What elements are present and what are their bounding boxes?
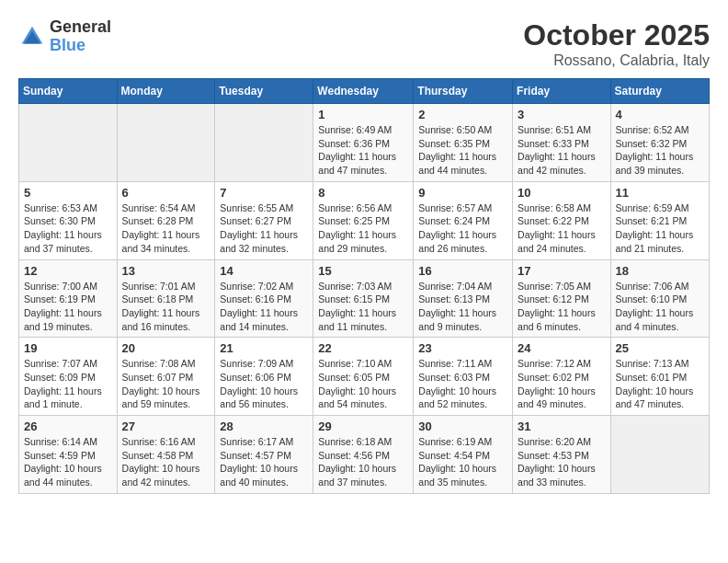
logo: General Blue — [18, 18, 111, 55]
day-number: 30 — [418, 419, 507, 433]
day-number: 29 — [318, 419, 408, 433]
calendar-cell: 31Sunrise: 6:20 AMSunset: 4:53 PMDayligh… — [513, 416, 611, 494]
day-info: Sunrise: 6:17 AMSunset: 4:57 PMDaylight:… — [220, 435, 308, 489]
day-number: 7 — [220, 186, 308, 200]
day-info: Sunrise: 7:07 AMSunset: 6:09 PMDaylight:… — [24, 357, 112, 411]
calendar-cell: 13Sunrise: 7:01 AMSunset: 6:18 PMDayligh… — [117, 259, 215, 338]
calendar-cell: 16Sunrise: 7:04 AMSunset: 6:13 PMDayligh… — [414, 259, 513, 338]
calendar-cell: 6Sunrise: 6:54 AMSunset: 6:28 PMDaylight… — [117, 181, 215, 259]
weekday-header-monday: Monday — [117, 79, 215, 104]
calendar-cell: 2Sunrise: 6:50 AMSunset: 6:35 PMDaylight… — [414, 104, 513, 182]
day-number: 8 — [318, 186, 408, 200]
day-number: 15 — [318, 264, 408, 278]
day-number: 18 — [616, 264, 704, 278]
day-info: Sunrise: 6:51 AMSunset: 6:33 PMDaylight:… — [518, 123, 606, 178]
day-info: Sunrise: 6:54 AMSunset: 6:28 PMDaylight:… — [122, 201, 210, 256]
day-number: 27 — [122, 419, 210, 433]
month-title: October 2025 — [523, 18, 710, 52]
day-info: Sunrise: 6:19 AMSunset: 4:54 PMDaylight:… — [418, 435, 507, 489]
weekday-header-friday: Friday — [513, 79, 611, 104]
day-number: 1 — [318, 108, 408, 121]
calendar-cell: 20Sunrise: 7:08 AMSunset: 6:07 PMDayligh… — [117, 338, 215, 416]
day-number: 9 — [418, 186, 507, 200]
calendar-cell: 23Sunrise: 7:11 AMSunset: 6:03 PMDayligh… — [414, 338, 513, 416]
calendar-cell: 30Sunrise: 6:19 AMSunset: 4:54 PMDayligh… — [414, 416, 513, 494]
day-number: 16 — [418, 264, 507, 278]
day-number: 5 — [24, 186, 112, 200]
day-info: Sunrise: 7:11 AMSunset: 6:03 PMDaylight:… — [418, 357, 507, 411]
week-row-4: 19Sunrise: 7:07 AMSunset: 6:09 PMDayligh… — [19, 338, 710, 416]
calendar-cell: 25Sunrise: 7:13 AMSunset: 6:01 PMDayligh… — [610, 338, 709, 416]
week-row-5: 26Sunrise: 6:14 AMSunset: 4:59 PMDayligh… — [19, 416, 710, 494]
weekday-header-thursday: Thursday — [414, 79, 513, 104]
day-info: Sunrise: 7:06 AMSunset: 6:10 PMDaylight:… — [616, 280, 704, 334]
day-number: 31 — [518, 419, 606, 433]
day-info: Sunrise: 6:55 AMSunset: 6:27 PMDaylight:… — [220, 201, 308, 256]
day-number: 24 — [518, 341, 606, 355]
week-row-2: 5Sunrise: 6:53 AMSunset: 6:30 PMDaylight… — [19, 181, 710, 259]
day-number: 10 — [518, 186, 606, 200]
day-info: Sunrise: 7:01 AMSunset: 6:18 PMDaylight:… — [122, 280, 210, 334]
title-block: October 2025 Rossano, Calabria, Italy — [523, 18, 710, 69]
calendar-cell: 19Sunrise: 7:07 AMSunset: 6:09 PMDayligh… — [19, 338, 118, 416]
day-info: Sunrise: 7:09 AMSunset: 6:06 PMDaylight:… — [220, 357, 308, 411]
calendar-cell: 8Sunrise: 6:56 AMSunset: 6:25 PMDaylight… — [313, 181, 414, 259]
day-number: 21 — [220, 341, 308, 355]
day-info: Sunrise: 7:03 AMSunset: 6:15 PMDaylight:… — [318, 280, 408, 334]
calendar-cell: 4Sunrise: 6:52 AMSunset: 6:32 PMDaylight… — [610, 104, 709, 182]
day-number: 6 — [122, 186, 210, 200]
calendar-cell: 12Sunrise: 7:00 AMSunset: 6:19 PMDayligh… — [19, 259, 118, 338]
calendar-cell — [610, 416, 709, 494]
day-number: 26 — [24, 419, 112, 433]
calendar-header: SundayMondayTuesdayWednesdayThursdayFrid… — [19, 79, 710, 104]
calendar-cell: 14Sunrise: 7:02 AMSunset: 6:16 PMDayligh… — [215, 259, 313, 338]
day-info: Sunrise: 7:08 AMSunset: 6:07 PMDaylight:… — [122, 357, 210, 411]
calendar-cell: 15Sunrise: 7:03 AMSunset: 6:15 PMDayligh… — [313, 259, 414, 338]
day-number: 23 — [418, 341, 507, 355]
weekday-header-sunday: Sunday — [19, 79, 118, 104]
day-number: 17 — [518, 264, 606, 278]
day-info: Sunrise: 7:04 AMSunset: 6:13 PMDaylight:… — [418, 280, 507, 334]
day-number: 3 — [518, 108, 606, 121]
calendar-cell: 7Sunrise: 6:55 AMSunset: 6:27 PMDaylight… — [215, 181, 313, 259]
weekday-header-wednesday: Wednesday — [313, 79, 414, 104]
calendar-cell: 3Sunrise: 6:51 AMSunset: 6:33 PMDaylight… — [513, 104, 611, 182]
calendar-cell: 18Sunrise: 7:06 AMSunset: 6:10 PMDayligh… — [610, 259, 709, 338]
calendar-cell: 28Sunrise: 6:17 AMSunset: 4:57 PMDayligh… — [215, 416, 313, 494]
location: Rossano, Calabria, Italy — [523, 52, 710, 69]
calendar-body: 1Sunrise: 6:49 AMSunset: 6:36 PMDaylight… — [19, 104, 710, 494]
day-number: 11 — [616, 186, 704, 200]
day-info: Sunrise: 6:52 AMSunset: 6:32 PMDaylight:… — [616, 123, 704, 178]
day-number: 13 — [122, 264, 210, 278]
day-info: Sunrise: 7:00 AMSunset: 6:19 PMDaylight:… — [24, 280, 112, 334]
calendar-cell: 21Sunrise: 7:09 AMSunset: 6:06 PMDayligh… — [215, 338, 313, 416]
day-info: Sunrise: 6:56 AMSunset: 6:25 PMDaylight:… — [318, 201, 408, 256]
day-info: Sunrise: 6:59 AMSunset: 6:21 PMDaylight:… — [616, 201, 704, 256]
calendar-cell: 27Sunrise: 6:16 AMSunset: 4:58 PMDayligh… — [117, 416, 215, 494]
day-number: 4 — [616, 108, 704, 121]
day-info: Sunrise: 6:14 AMSunset: 4:59 PMDaylight:… — [24, 435, 112, 489]
day-info: Sunrise: 7:02 AMSunset: 6:16 PMDaylight:… — [220, 280, 308, 334]
calendar-cell — [19, 104, 118, 182]
day-number: 2 — [418, 108, 507, 121]
logo-blue-text: Blue — [50, 37, 111, 55]
calendar-table: SundayMondayTuesdayWednesdayThursdayFrid… — [18, 78, 710, 494]
calendar-cell: 26Sunrise: 6:14 AMSunset: 4:59 PMDayligh… — [19, 416, 118, 494]
day-number: 22 — [318, 341, 408, 355]
day-info: Sunrise: 7:12 AMSunset: 6:02 PMDaylight:… — [518, 357, 606, 411]
day-info: Sunrise: 6:58 AMSunset: 6:22 PMDaylight:… — [518, 201, 606, 256]
calendar-cell — [215, 104, 313, 182]
weekday-header-row: SundayMondayTuesdayWednesdayThursdayFrid… — [19, 79, 710, 104]
day-number: 25 — [616, 341, 704, 355]
day-info: Sunrise: 7:10 AMSunset: 6:05 PMDaylight:… — [318, 357, 408, 411]
calendar-cell — [117, 104, 215, 182]
day-number: 28 — [220, 419, 308, 433]
weekday-header-saturday: Saturday — [610, 79, 709, 104]
day-number: 14 — [220, 264, 308, 278]
calendar-cell: 9Sunrise: 6:57 AMSunset: 6:24 PMDaylight… — [414, 181, 513, 259]
day-number: 12 — [24, 264, 112, 278]
calendar-cell: 5Sunrise: 6:53 AMSunset: 6:30 PMDaylight… — [19, 181, 118, 259]
day-info: Sunrise: 6:49 AMSunset: 6:36 PMDaylight:… — [318, 123, 408, 178]
week-row-3: 12Sunrise: 7:00 AMSunset: 6:19 PMDayligh… — [19, 259, 710, 338]
day-number: 20 — [122, 341, 210, 355]
